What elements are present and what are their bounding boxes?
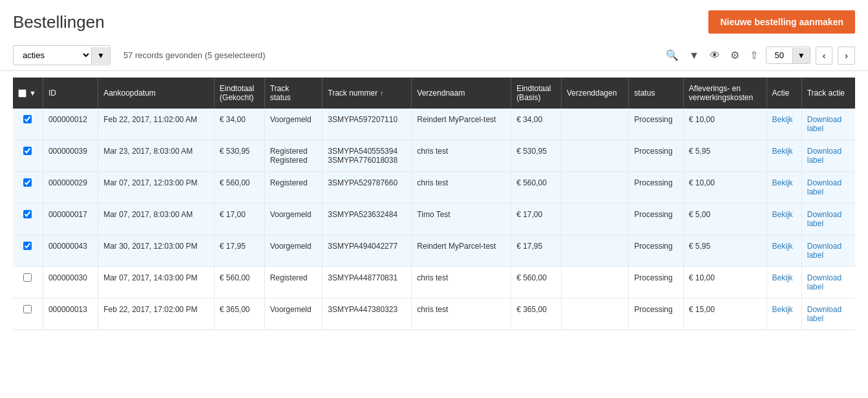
row-eindtotaal-basis: € 560,00 — [511, 172, 562, 204]
per-page-dropdown-btn[interactable]: ▼ — [792, 48, 810, 63]
row-afleverings-kosten: € 10,00 — [683, 267, 767, 298]
row-verzenddagen — [561, 140, 628, 172]
table-container: ▼ ID Aankoopdatum Eindtotaal(Gekocht) Tr… — [0, 71, 868, 343]
row-track-nummer: 3SMYPA447380323 — [323, 298, 412, 330]
bekijk-link[interactable]: Bekijk — [772, 242, 793, 251]
row-id: 000000043 — [43, 235, 98, 267]
row-aankoopdatum: Feb 22, 2017, 11:02:00 AM — [98, 109, 215, 140]
upload-icon[interactable]: ⇧ — [747, 47, 761, 64]
row-verzenddagen — [561, 204, 628, 235]
row-status: Processing — [629, 235, 683, 267]
toolbar-right: 🔍 ▼ 👁 ⚙ ⇧ ▼ ‹ › — [663, 47, 855, 65]
records-info: 57 records gevonden (5 geselecteerd) — [123, 50, 266, 60]
download-label-link[interactable]: Downloadlabel — [807, 242, 842, 260]
bekijk-link[interactable]: Bekijk — [772, 115, 793, 124]
row-eindtotaal-basis: € 17,00 — [511, 204, 562, 235]
row-aankoopdatum: Mar 07, 2017, 12:03:00 PM — [98, 172, 215, 204]
row-track-nummer: 3SMYPA448770831 — [323, 267, 412, 298]
settings-icon[interactable]: ⚙ — [728, 47, 742, 64]
row-checkbox[interactable] — [23, 147, 32, 155]
row-verzenddagen — [561, 109, 628, 140]
th-aankoopdatum: Aankoopdatum — [98, 78, 215, 109]
row-id: 000000013 — [43, 298, 98, 330]
th-track-nummer[interactable]: Track nummer ↑ — [323, 78, 412, 109]
row-track-actie: Downloadlabel — [801, 235, 855, 267]
next-page-button[interactable]: › — [838, 47, 855, 65]
th-checkbox: ▼ — [13, 78, 43, 109]
row-checkbox[interactable] — [23, 273, 32, 282]
action-select[interactable]: acties Verwijder Export — [14, 46, 91, 65]
row-eindtotaal-basis: € 34,00 — [511, 109, 562, 140]
search-icon[interactable]: 🔍 — [663, 47, 681, 64]
row-checkbox[interactable] — [23, 305, 32, 313]
row-track-status: RegisteredRegistered — [264, 140, 323, 172]
row-track-actie: Downloadlabel — [801, 109, 855, 140]
row-checkbox-cell — [13, 235, 43, 267]
row-status: Processing — [629, 109, 683, 140]
table-row: 000000043Mar 30, 2017, 12:03:00 PM€ 17,9… — [13, 235, 855, 267]
row-id: 000000017 — [43, 204, 98, 235]
download-label-link[interactable]: Downloadlabel — [807, 115, 842, 133]
row-afleverings-kosten: € 15,00 — [683, 298, 767, 330]
action-select-wrapper: acties Verwijder Export ▼ — [13, 45, 111, 65]
action-select-dropdown-btn[interactable]: ▼ — [91, 47, 110, 64]
row-eindtotaal-gekocht: € 530,95 — [214, 140, 264, 172]
row-actie: Bekijk — [767, 140, 801, 172]
row-checkbox[interactable] — [23, 115, 32, 123]
download-label-link[interactable]: Downloadlabel — [807, 178, 842, 196]
bekijk-link[interactable]: Bekijk — [772, 147, 793, 156]
row-eindtotaal-gekocht: € 560,00 — [214, 267, 264, 298]
row-aankoopdatum: Mar 07, 2017, 8:03:00 AM — [98, 204, 215, 235]
filter-icon[interactable]: ▼ — [686, 47, 702, 64]
bekijk-link[interactable]: Bekijk — [772, 210, 793, 219]
download-label-link[interactable]: Downloadlabel — [807, 273, 842, 291]
per-page-input[interactable] — [767, 47, 792, 63]
row-checkbox[interactable] — [23, 210, 32, 218]
row-checkbox[interactable] — [23, 178, 32, 187]
header-sort-btn[interactable]: ▼ — [28, 89, 37, 97]
new-order-button[interactable]: Nieuwe bestelling aanmaken — [708, 10, 855, 34]
bekijk-link[interactable]: Bekijk — [772, 305, 793, 314]
row-track-actie: Downloadlabel — [801, 267, 855, 298]
row-checkbox-cell — [13, 109, 43, 140]
row-actie: Bekijk — [767, 298, 801, 330]
row-aankoopdatum: Feb 22, 2017, 17:02:00 PM — [98, 298, 215, 330]
row-eindtotaal-gekocht: € 560,00 — [214, 172, 264, 204]
row-verzenddagen — [561, 298, 628, 330]
bekijk-link[interactable]: Bekijk — [772, 178, 793, 187]
select-all-checkbox[interactable] — [18, 89, 26, 98]
row-checkbox[interactable] — [23, 242, 32, 250]
row-verzenddagen — [561, 235, 628, 267]
row-verzenddagen — [561, 267, 628, 298]
table-row: 000000029Mar 07, 2017, 12:03:00 PM€ 560,… — [13, 172, 855, 204]
row-actie: Bekijk — [767, 235, 801, 267]
row-track-status: Voorgemeld — [264, 204, 323, 235]
th-track-status: Trackstatus — [264, 78, 323, 109]
row-eindtotaal-basis: € 365,00 — [511, 298, 562, 330]
page-title: Bestellingen — [13, 12, 105, 32]
bekijk-link[interactable]: Bekijk — [772, 273, 793, 282]
table-row: 000000030Mar 07, 2017, 14:03:00 PM€ 560,… — [13, 267, 855, 298]
row-track-nummer: 3SMYPA523632484 — [323, 204, 412, 235]
row-track-actie: Downloadlabel — [801, 140, 855, 172]
row-aankoopdatum: Mar 23, 2017, 8:03:00 AM — [98, 140, 215, 172]
download-label-link[interactable]: Downloadlabel — [807, 147, 842, 165]
eye-icon[interactable]: 👁 — [707, 47, 723, 64]
row-checkbox-cell — [13, 204, 43, 235]
row-id: 000000012 — [43, 109, 98, 140]
row-verzendnaam: Reindert MyParcel-test — [412, 109, 511, 140]
row-eindtotaal-gekocht: € 17,00 — [214, 204, 264, 235]
download-label-link[interactable]: Downloadlabel — [807, 210, 842, 228]
row-track-nummer: 3SMYPA597207110 — [323, 109, 412, 140]
row-actie: Bekijk — [767, 267, 801, 298]
row-afleverings-kosten: € 5,95 — [683, 235, 767, 267]
prev-page-button[interactable]: ‹ — [816, 47, 833, 65]
download-label-link[interactable]: Downloadlabel — [807, 305, 842, 323]
table-body: 000000012Feb 22, 2017, 11:02:00 AM€ 34,0… — [13, 109, 855, 330]
row-status: Processing — [629, 140, 683, 172]
row-track-actie: Downloadlabel — [801, 204, 855, 235]
table-row: 000000012Feb 22, 2017, 11:02:00 AM€ 34,0… — [13, 109, 855, 140]
th-actie: Actie — [767, 78, 801, 109]
page-header: Bestellingen Nieuwe bestelling aanmaken — [0, 0, 868, 40]
row-id: 000000039 — [43, 140, 98, 172]
